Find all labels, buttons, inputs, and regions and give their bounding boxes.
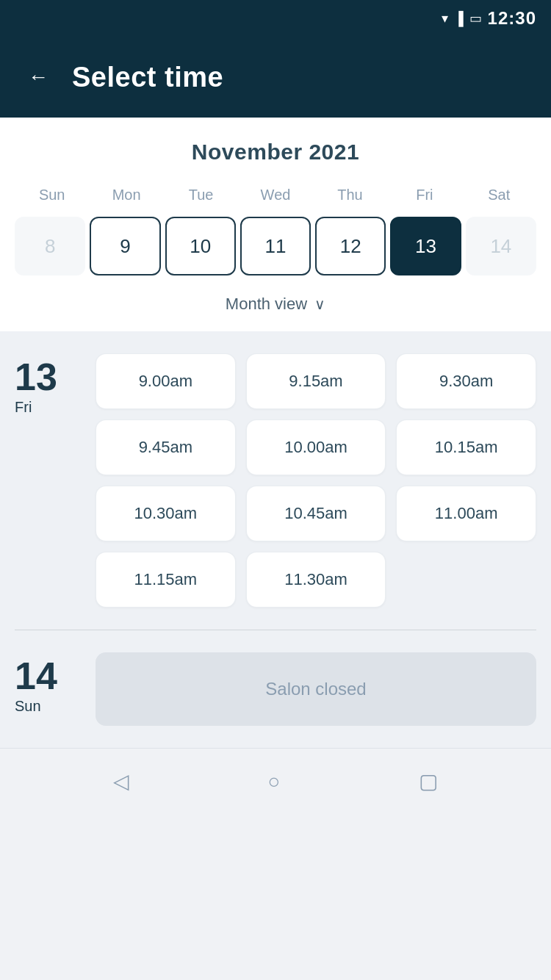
nav-back-icon[interactable]: ◁ <box>113 769 129 793</box>
wifi-icon: ▾ <box>442 10 448 26</box>
time-section: 13 Fri 9.00am 9.15am 9.30am 9.45am 10.00… <box>0 331 551 748</box>
time-slot-1030am[interactable]: 10.30am <box>96 486 236 541</box>
status-time: 12:30 <box>488 8 536 29</box>
weekday-sat: Sat <box>462 182 536 208</box>
day-14[interactable]: 14 <box>466 217 536 275</box>
nav-recent-icon[interactable]: ▢ <box>419 769 438 793</box>
day-13-name: Fri <box>15 399 96 416</box>
month-view-label: Month view <box>226 295 307 314</box>
day-13[interactable]: 13 <box>390 217 461 275</box>
page-title: Select time <box>72 62 223 93</box>
day-14-name: Sun <box>15 698 96 715</box>
time-slot-915am[interactable]: 9.15am <box>246 353 386 409</box>
day-11[interactable]: 11 <box>240 217 311 275</box>
time-slot-945am[interactable]: 9.45am <box>96 419 236 475</box>
weekday-sun: Sun <box>15 182 89 208</box>
day-block-13: 13 Fri 9.00am 9.15am 9.30am 9.45am 10.00… <box>15 353 536 608</box>
days-row: 8 9 10 11 12 13 14 <box>15 217 536 275</box>
day-14-label: 14 Sun <box>15 652 96 715</box>
month-title: November 2021 <box>15 140 536 165</box>
month-view-toggle[interactable]: Month view ∨ <box>15 289 536 317</box>
salon-closed-message: Salon closed <box>96 652 536 726</box>
time-slot-1100am[interactable]: 11.00am <box>396 486 536 541</box>
chevron-down-icon: ∨ <box>314 295 325 313</box>
time-slot-1015am[interactable]: 10.15am <box>396 419 536 475</box>
weekday-tue: Tue <box>164 182 238 208</box>
time-slot-1045am[interactable]: 10.45am <box>246 486 386 541</box>
status-bar: ▾ ▐ ▭ 12:30 <box>0 0 551 37</box>
day-13-label: 13 Fri <box>15 353 96 416</box>
nav-bar: ◁ ○ ▢ <box>0 748 551 814</box>
day-9[interactable]: 9 <box>90 217 160 275</box>
back-button[interactable]: ← <box>22 60 54 95</box>
weekday-row: Sun Mon Tue Wed Thu Fri Sat <box>15 182 536 208</box>
signal-icon: ▐ <box>454 11 464 26</box>
weekday-fri: Fri <box>387 182 461 208</box>
calendar-section: November 2021 Sun Mon Tue Wed Thu Fri Sa… <box>0 118 551 331</box>
day-13-number: 13 <box>15 358 96 396</box>
battery-icon: ▭ <box>469 10 482 26</box>
day-14-number: 14 <box>15 657 96 695</box>
weekday-wed: Wed <box>238 182 312 208</box>
header: ← Select time <box>0 37 551 118</box>
time-slot-930am[interactable]: 9.30am <box>396 353 536 409</box>
nav-home-icon[interactable]: ○ <box>268 770 281 793</box>
time-slot-1000am[interactable]: 10.00am <box>246 419 386 475</box>
time-grid-13: 9.00am 9.15am 9.30am 9.45am 10.00am 10.1… <box>96 353 536 608</box>
time-slot-1130am[interactable]: 11.30am <box>246 552 386 608</box>
section-divider <box>15 630 536 630</box>
day-13-header: 13 Fri 9.00am 9.15am 9.30am 9.45am 10.00… <box>15 353 536 608</box>
status-icons: ▾ ▐ ▭ 12:30 <box>442 8 536 29</box>
weekday-mon: Mon <box>89 182 163 208</box>
day-8[interactable]: 8 <box>15 217 85 275</box>
day-10[interactable]: 10 <box>165 217 236 275</box>
weekday-thu: Thu <box>313 182 387 208</box>
day-block-14: 14 Sun Salon closed <box>15 652 536 726</box>
time-slot-900am[interactable]: 9.00am <box>96 353 236 409</box>
day-12[interactable]: 12 <box>315 217 386 275</box>
time-slot-1115am[interactable]: 11.15am <box>96 552 236 608</box>
